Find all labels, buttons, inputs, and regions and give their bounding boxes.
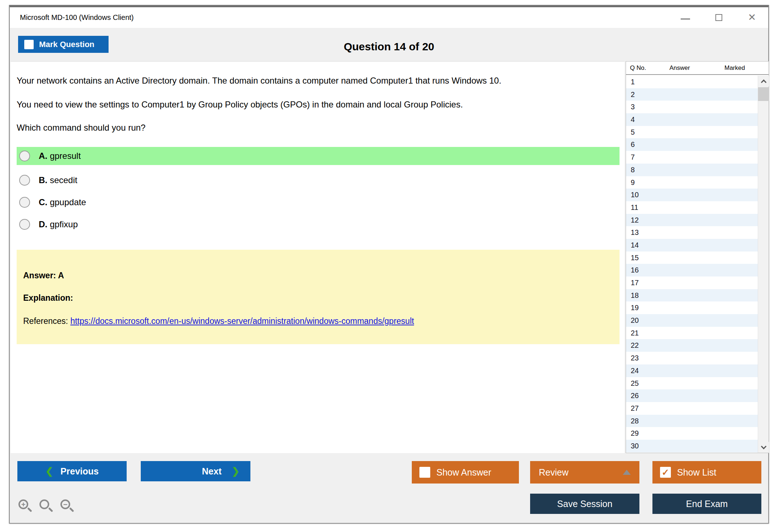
zoom-out-button[interactable]: − bbox=[60, 499, 74, 514]
save-session-button[interactable]: Save Session bbox=[530, 494, 639, 514]
question-paragraph: Your network contains an Active Director… bbox=[17, 76, 501, 86]
reference-link[interactable]: https://docs.microsoft.com/en-us/windows… bbox=[70, 316, 414, 326]
question-list-row[interactable]: 6 bbox=[626, 138, 758, 151]
question-list-row[interactable]: 30 bbox=[626, 440, 758, 452]
question-panel: Your network contains an Active Director… bbox=[10, 61, 625, 453]
answer-option-d[interactable]: D. gpfixup bbox=[17, 215, 620, 233]
question-list-panel: Q No. Answer Marked 12345678910111213141… bbox=[626, 61, 769, 453]
question-list-row[interactable]: 5 bbox=[626, 126, 758, 139]
previous-button[interactable]: ❮ Previous bbox=[17, 461, 127, 481]
question-list-row[interactable]: 13 bbox=[626, 226, 758, 239]
references-line: References: https://docs.microsoft.com/e… bbox=[23, 316, 414, 326]
review-label: Review bbox=[539, 467, 568, 478]
close-button[interactable]: ✕ bbox=[747, 12, 757, 23]
show-answer-label: Show Answer bbox=[436, 467, 491, 478]
question-list-row[interactable]: 12 bbox=[626, 214, 758, 227]
title-bar: Microsoft MD-100 (Windows Client) ✕ bbox=[10, 7, 768, 28]
show-answer-checkbox[interactable] bbox=[419, 467, 430, 478]
question-list-row[interactable]: 11 bbox=[626, 201, 758, 214]
scrollbar-thumb[interactable] bbox=[758, 87, 769, 101]
question-counter: Question 14 of 20 bbox=[10, 41, 768, 56]
previous-label: Previous bbox=[60, 466, 99, 477]
review-button[interactable]: Review bbox=[530, 461, 639, 484]
triangle-up-icon bbox=[623, 470, 631, 475]
scroll-down-button[interactable] bbox=[758, 442, 769, 453]
column-header-marked: Marked bbox=[724, 62, 745, 74]
answer-option-b[interactable]: B. secedit bbox=[17, 171, 620, 189]
chevron-left-icon: ❮ bbox=[45, 466, 53, 477]
answer-option-a[interactable]: A. gpresult bbox=[17, 147, 620, 165]
question-list-row[interactable]: 16 bbox=[626, 264, 758, 276]
question-list-row[interactable]: 10 bbox=[626, 189, 758, 201]
question-list-row[interactable]: 7 bbox=[626, 151, 758, 164]
scrollbar[interactable] bbox=[758, 76, 769, 453]
question-paragraph: Which command should you run? bbox=[17, 123, 145, 133]
maximize-icon bbox=[715, 14, 722, 21]
maximize-button[interactable] bbox=[713, 12, 724, 23]
option-text: gpfixup bbox=[50, 219, 78, 229]
next-button[interactable]: Next ❯ bbox=[141, 461, 250, 481]
option-letter: B. bbox=[39, 175, 47, 185]
column-header-answer: Answer bbox=[669, 62, 690, 74]
question-list-row[interactable]: 3 bbox=[626, 101, 758, 113]
radio-button[interactable] bbox=[19, 151, 30, 161]
question-list-row[interactable]: 27 bbox=[626, 402, 758, 415]
question-list-row[interactable]: 25 bbox=[626, 377, 758, 390]
next-label: Next bbox=[202, 466, 221, 477]
minimize-button[interactable] bbox=[680, 12, 691, 23]
column-header-qno: Q No. bbox=[630, 62, 646, 74]
question-list-row[interactable]: 9 bbox=[626, 176, 758, 189]
chevron-up-icon bbox=[761, 79, 766, 85]
radio-button[interactable] bbox=[19, 175, 30, 186]
question-list-row[interactable]: 26 bbox=[626, 389, 758, 402]
question-list-row[interactable]: 8 bbox=[626, 164, 758, 176]
question-paragraph: You need to view the settings to Compute… bbox=[17, 100, 463, 110]
answer-option-c[interactable]: C. gpupdate bbox=[17, 193, 620, 211]
question-list-row[interactable]: 19 bbox=[626, 301, 758, 314]
magnifier-icon bbox=[39, 499, 49, 509]
question-list-row[interactable]: 28 bbox=[626, 415, 758, 427]
question-list-row[interactable]: 21 bbox=[626, 327, 758, 339]
explanation-label: Explanation: bbox=[23, 293, 73, 303]
radio-button[interactable] bbox=[19, 197, 30, 208]
zoom-reset-button[interactable] bbox=[39, 499, 53, 514]
end-exam-label: End Exam bbox=[686, 499, 728, 509]
app-window: Microsoft MD-100 (Windows Client) ✕ Mark… bbox=[9, 5, 769, 524]
show-list-checkbox[interactable]: ✓ bbox=[660, 467, 671, 478]
question-list-row[interactable]: 4 bbox=[626, 113, 758, 126]
option-letter: D. bbox=[39, 219, 47, 229]
zoom-in-button[interactable]: + bbox=[18, 499, 32, 514]
check-icon: ✓ bbox=[662, 468, 669, 477]
question-list-row[interactable]: 20 bbox=[626, 314, 758, 327]
question-list-row[interactable]: 15 bbox=[626, 252, 758, 264]
references-label: References: bbox=[23, 316, 70, 326]
question-list-row[interactable]: 1 bbox=[626, 76, 758, 88]
option-letter: C. bbox=[39, 197, 47, 207]
chevron-right-icon: ❯ bbox=[232, 466, 240, 477]
question-list-row[interactable]: 24 bbox=[626, 364, 758, 377]
zoom-toolbar: + − bbox=[18, 499, 74, 514]
save-session-label: Save Session bbox=[557, 499, 613, 509]
answer-line: Answer: A bbox=[23, 271, 64, 280]
zoom-out-icon: − bbox=[60, 499, 70, 509]
show-list-label: Show List bbox=[677, 467, 716, 478]
radio-button[interactable] bbox=[19, 219, 30, 230]
end-exam-button[interactable]: End Exam bbox=[652, 494, 761, 514]
question-list-row[interactable]: 14 bbox=[626, 239, 758, 252]
question-list-row[interactable]: 18 bbox=[626, 289, 758, 302]
minimize-icon bbox=[681, 18, 690, 20]
option-text: secedit bbox=[50, 175, 77, 185]
question-list-row[interactable]: 2 bbox=[626, 88, 758, 101]
show-answer-button[interactable]: Show Answer bbox=[412, 461, 519, 484]
option-text: gpresult bbox=[50, 151, 81, 161]
show-list-button[interactable]: ✓ Show List bbox=[652, 461, 761, 484]
option-text: gpupdate bbox=[50, 197, 86, 207]
window-title: Microsoft MD-100 (Windows Client) bbox=[20, 7, 134, 28]
question-list-row[interactable]: 17 bbox=[626, 276, 758, 289]
answer-explanation-box: Answer: A Explanation: References: https… bbox=[17, 250, 620, 344]
chevron-down-icon bbox=[761, 443, 766, 449]
question-list-row[interactable]: 22 bbox=[626, 339, 758, 352]
question-list-row[interactable]: 23 bbox=[626, 352, 758, 364]
question-list-row[interactable]: 29 bbox=[626, 427, 758, 440]
scroll-up-button[interactable] bbox=[758, 76, 769, 86]
